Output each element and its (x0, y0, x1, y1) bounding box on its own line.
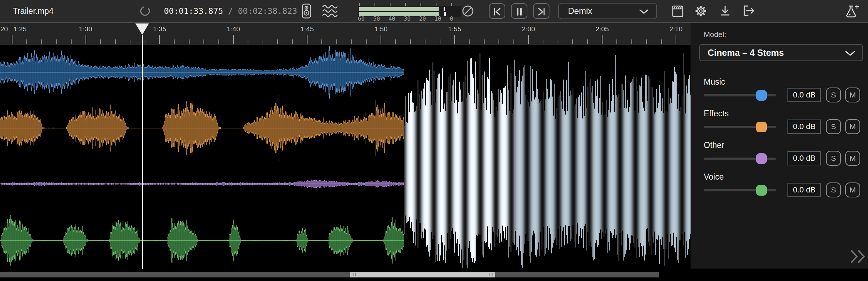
meter-tick-label: -30 (401, 15, 411, 22)
music-gain-value[interactable]: 0.0 dB (787, 88, 821, 102)
settings-icon[interactable] (693, 4, 708, 18)
other-solo-button[interactable]: S (826, 151, 841, 166)
mode-dropdown[interactable]: Demix (558, 3, 657, 19)
video-icon[interactable] (671, 4, 685, 18)
waves-icon[interactable] (322, 4, 339, 19)
mode-dropdown-value: Demix (568, 4, 592, 18)
ruler-time-label: 1:50 (374, 25, 388, 33)
model-dropdown-value: Cinema – 4 Stems (708, 45, 784, 60)
voice-mute-button[interactable]: M (845, 182, 860, 197)
chevron-down-icon (639, 9, 649, 14)
stem-label: Other (704, 140, 724, 150)
playhead-line (142, 35, 143, 269)
stem-row-effects: Effects 0.0 dB S M (691, 109, 868, 139)
speaker-icon[interactable] (300, 3, 313, 19)
slider-thumb[interactable] (756, 153, 767, 164)
meter-tick-label: 0 (450, 15, 453, 22)
timecode-separator: / (223, 6, 238, 16)
scrollbar-thumb[interactable] (350, 272, 495, 277)
file-title: Trailer.mp4 (13, 0, 53, 22)
voice-gain-value[interactable]: 0.0 dB (787, 183, 821, 197)
meter-tick-label: -50 (370, 15, 380, 22)
stem-label: Effects (704, 109, 729, 118)
voice-volume-slider[interactable] (704, 184, 776, 196)
export-icon[interactable] (741, 4, 757, 18)
slider-thumb[interactable] (756, 122, 767, 132)
chevron-down-icon (845, 51, 855, 57)
ruler-time-label: 2:00 (522, 25, 535, 33)
ruler-time-label: 1:45 (301, 25, 314, 33)
ruler-time-label: 2:05 (596, 25, 609, 33)
effects-mute-button[interactable]: M (845, 119, 860, 134)
loop-icon[interactable] (139, 5, 151, 17)
skip-end-button[interactable] (533, 3, 549, 19)
meter-tick-label: -60 (355, 15, 365, 22)
slider-thumb[interactable] (756, 90, 767, 101)
other-volume-slider[interactable] (704, 153, 776, 165)
download-icon[interactable] (718, 4, 733, 18)
pause-button[interactable] (511, 3, 527, 19)
ruler-time-label: 20 (0, 25, 8, 33)
collapse-panel-icon[interactable] (850, 249, 866, 266)
stem-row-music: Music 0.0 dB S M (691, 77, 868, 108)
timeline-ruler[interactable]: 201:251:301:351:401:451:501:552:002:052:… (0, 23, 691, 45)
other-gain-value[interactable]: 0.0 dB (787, 151, 821, 165)
music-mute-button[interactable]: M (845, 88, 860, 102)
level-meter: -60-50-40-30-20-100 (357, 2, 461, 22)
horizontal-scrollbar[interactable] (0, 272, 659, 277)
timecode: 00:01:33.875 / 00:02:38.823 (164, 0, 297, 22)
stem-label: Music (704, 77, 725, 87)
stem-panel: Model: Cinema – 4 Stems Music 0.0 dB S M… (691, 23, 868, 269)
model-dropdown[interactable]: Cinema – 4 Stems (699, 44, 863, 61)
skip-start-button[interactable] (489, 3, 505, 19)
stem-label: Voice (704, 172, 724, 182)
slider-thumb[interactable] (756, 185, 767, 196)
model-label: Model: (704, 30, 726, 39)
ai-flask-icon[interactable] (844, 3, 860, 19)
ruler-time-label: 1:40 (227, 25, 240, 33)
ruler-time-label: 1:30 (79, 25, 92, 33)
timecode-total: 00:02:38.823 (238, 6, 297, 16)
music-solo-button[interactable]: S (826, 88, 841, 102)
toolbar: Trailer.mp4 00:01:33.875 / 00:02:38.823 … (0, 0, 868, 22)
ruler-time-label: 1:25 (14, 25, 27, 33)
meter-tick-label: -10 (431, 15, 441, 22)
other-mute-button[interactable]: M (845, 151, 860, 166)
music-volume-slider[interactable] (704, 89, 776, 101)
ruler-time-label: 2:10 (670, 25, 683, 33)
meter-tick-label: -40 (385, 15, 396, 22)
effects-solo-button[interactable]: S (826, 119, 841, 134)
stem-row-voice: Voice 0.0 dB S M (691, 172, 868, 203)
playhead-marker[interactable] (135, 23, 149, 35)
waveform-display[interactable] (0, 45, 691, 269)
effects-gain-value[interactable]: 0.0 dB (787, 120, 821, 134)
bypass-icon[interactable] (461, 4, 475, 18)
effects-volume-slider[interactable] (704, 121, 776, 133)
app-window: Trailer.mp4 00:01:33.875 / 00:02:38.823 … (0, 0, 868, 281)
meter-tick-label: -20 (416, 15, 426, 22)
ruler-time-label: 1:55 (448, 25, 461, 33)
timecode-current: 00:01:33.875 (164, 6, 223, 16)
ruler-time-label: 1:35 (153, 25, 166, 33)
voice-solo-button[interactable]: S (826, 182, 841, 197)
stem-row-other: Other 0.0 dB S M (691, 140, 868, 171)
